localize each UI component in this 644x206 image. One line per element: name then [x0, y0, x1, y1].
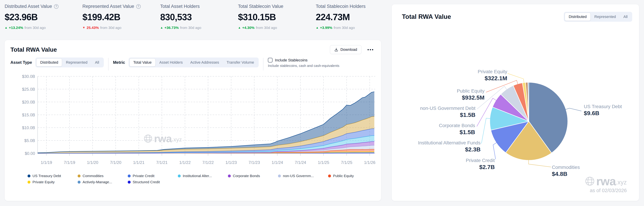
trend-up-icon	[160, 26, 163, 30]
tab-all[interactable]: All	[91, 59, 103, 66]
x-axis-label: 1/1/19	[41, 160, 52, 165]
stat-label: Represented Asset Value	[82, 4, 134, 9]
y-axis-label: $15.0B	[22, 113, 35, 117]
y-axis-label: $0.00	[25, 151, 35, 156]
legend-structured-credit[interactable]: Structured Credit	[128, 180, 178, 184]
tab-represented[interactable]: Represented	[591, 13, 620, 21]
include-stablecoins-group: Include Stablecoins Include stablecoins,…	[268, 58, 339, 68]
more-menu-button[interactable]	[366, 47, 374, 52]
pie-leader-line	[565, 108, 582, 111]
stat-total-stablecoin-holders: Total Stablecoin Holders 224.73M +3.99%f…	[316, 4, 394, 30]
include-stablecoins-label: Include Stablecoins	[275, 58, 308, 62]
legend-private-equity[interactable]: Private Equity	[28, 180, 78, 184]
legend-non-us-government[interactable]: non-US Governm...	[278, 174, 328, 178]
pie-label-non-us-government-debt: non-US Government Debt $1.5B	[420, 105, 476, 119]
tab-all[interactable]: All	[620, 13, 631, 21]
stats-row: Distributed Asset Value ? $23.96B +13.24…	[4, 4, 394, 30]
y-axis-label: $10.0B	[22, 125, 35, 130]
include-stablecoins-checkbox[interactable]	[268, 58, 272, 62]
info-icon[interactable]: ?	[54, 4, 58, 9]
tab-distributed[interactable]: Distributed	[565, 13, 590, 21]
tab-asset-holders[interactable]: Asset Holders	[156, 59, 186, 66]
rwa-watermark: rwa .xyz	[143, 133, 182, 144]
legend-commodities[interactable]: Commodities	[78, 174, 128, 178]
pie-slice	[506, 121, 552, 160]
x-axis-label: 1/1/21	[133, 160, 144, 165]
x-axis-label: 1/1/20	[87, 160, 98, 165]
pie-card-tabs: Distributed Represented All	[564, 12, 632, 22]
x-axis-label: 7/1/22	[202, 160, 214, 165]
pie-chart[interactable]	[392, 4, 640, 201]
chart-controls: Asset Type Distributed Represented All M…	[4, 54, 381, 71]
legend-swatch	[178, 174, 181, 177]
pie-leader-line	[508, 73, 524, 83]
stat-change: +13.24%	[9, 26, 23, 30]
legend-swatch	[28, 181, 30, 183]
stat-value: 830,533	[160, 12, 238, 22]
divider	[108, 58, 108, 71]
pie-slice	[528, 82, 529, 121]
rwa-watermark: rwa .xyz	[584, 175, 627, 187]
legend-public-equity[interactable]: Public Equity	[328, 174, 378, 178]
stat-change-suffix: from 30d ago	[256, 26, 277, 30]
watermark-tld: .xyz	[172, 136, 182, 143]
tab-total-value[interactable]: Total Value	[130, 58, 156, 67]
download-icon	[334, 48, 338, 52]
stat-change: +3.99%	[320, 26, 332, 30]
tab-active-addresses[interactable]: Active Addresses	[186, 59, 223, 66]
legend-private-credit[interactable]: Private Credit	[128, 174, 178, 178]
x-axis-label: 1/1/26	[364, 160, 376, 165]
pie-label-private-credit: Private Credit $2.7B	[466, 157, 495, 171]
stat-value: $23.96B	[4, 12, 82, 22]
stat-change-suffix: from 30d ago	[24, 26, 46, 30]
tab-transfer-volume[interactable]: Transfer Volume	[223, 59, 258, 66]
trend-up-icon	[316, 26, 319, 30]
y-axis-label: $5.0B	[24, 138, 35, 143]
pie-label-commodities: Commodities $4.8B	[552, 164, 580, 178]
legend-actively-managed[interactable]: Actively-Manage...	[78, 180, 128, 184]
stat-distributed-asset-value: Distributed Asset Value ? $23.96B +13.24…	[4, 4, 82, 30]
download-button[interactable]: Download	[330, 45, 362, 54]
pie-slice	[513, 83, 529, 121]
stacked-area-chart[interactable]: $0.00$5.0B$10.0B$15.0B$20.0B$25.0B$30.0B…	[10, 73, 377, 169]
divider	[263, 58, 264, 71]
x-axis-label: 7/1/23	[248, 160, 260, 165]
legend-corporate-bonds[interactable]: Corporate Bonds	[228, 174, 278, 178]
stat-value: 224.73M	[316, 12, 394, 22]
metric-label: Metric	[113, 60, 125, 65]
globe-icon	[143, 134, 153, 144]
watermark-tld: .xyz	[616, 179, 627, 186]
tab-represented[interactable]: Represented	[62, 59, 91, 66]
chart-title: Total RWA Value	[10, 46, 57, 53]
x-axis-label: 7/1/21	[156, 160, 168, 165]
info-icon[interactable]: ?	[136, 4, 141, 9]
pie-label-private-equity: Private Equity $322.1M	[478, 69, 507, 82]
pie-label-us-treasury-debt: US Treasury Debt $9.6B	[584, 104, 622, 117]
legend-institutional-alternative[interactable]: Institutional Alter...	[178, 174, 228, 178]
trend-up-icon	[4, 26, 8, 30]
asset-type-group: Asset Type Distributed Represented All	[10, 58, 104, 67]
pie-leader-line	[477, 98, 497, 126]
x-axis-label: 7/1/20	[110, 160, 122, 165]
tab-distributed[interactable]: Distributed	[36, 58, 62, 67]
pie-leader-line	[482, 118, 491, 144]
metric-group: Metric Total Value Asset Holders Active …	[113, 58, 259, 67]
watermark-brand: rwa	[154, 133, 172, 144]
x-axis-label: 7/1/24	[295, 160, 306, 165]
stat-label: Total Asset Holders	[160, 4, 200, 9]
y-axis-label: $30.0B	[22, 74, 35, 79]
stat-total-asset-holders: Total Asset Holders 830,533 +36.73%from …	[160, 4, 238, 30]
stat-change: 25.43%	[87, 26, 99, 30]
pie-label-public-equity: Public Equity $932.5M	[457, 88, 484, 101]
stat-value: $310.15B	[238, 12, 316, 22]
legend-swatch	[328, 174, 331, 177]
x-axis-label: 7/1/19	[64, 160, 75, 165]
stat-label: Distributed Asset Value	[4, 4, 52, 9]
legend-swatch	[78, 174, 80, 177]
stat-total-stablecoin-value: Total Stablecoin Value $310.15B +4.30%fr…	[238, 4, 316, 30]
pie-slice	[501, 86, 529, 121]
pie-leader-line	[486, 80, 518, 92]
legend-us-treasury-debt[interactable]: US Treasury Debt	[28, 174, 78, 178]
pie-leader-line	[528, 160, 551, 167]
pie-slice	[490, 107, 529, 130]
